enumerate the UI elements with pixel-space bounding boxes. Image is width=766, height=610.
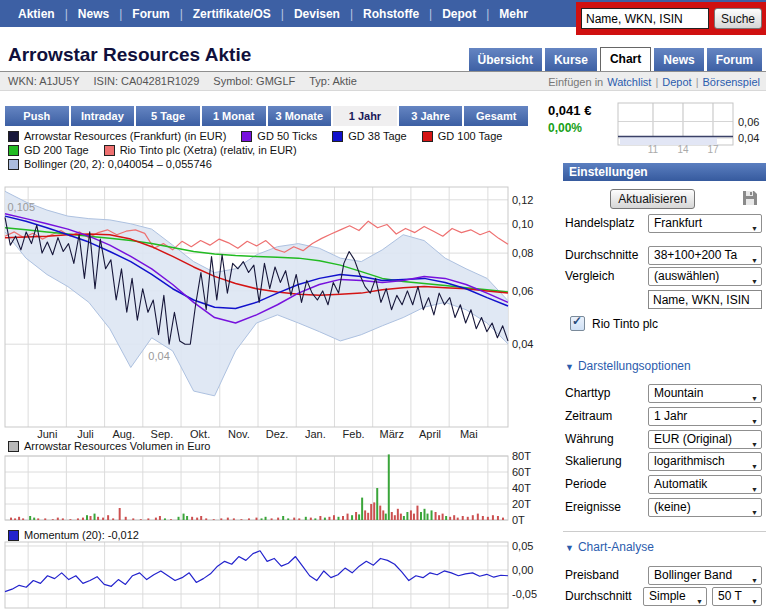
- isin-value: ISIN: CA04281R1029: [94, 75, 200, 87]
- volume-legend: Arrowstar Resources Volumen in Euro: [8, 440, 210, 452]
- nav-forum[interactable]: Forum: [109, 7, 169, 21]
- nav-links: Aktien News Forum Zertifikate/OS Devisen…: [18, 0, 528, 27]
- ereignisse-label: Ereignisse: [565, 500, 621, 514]
- chart-period-buttons: Push Intraday 5 Tage 1 Monat 3 Monate 1 …: [5, 106, 528, 126]
- zeitraum-value: 1 Jahr: [654, 409, 687, 423]
- nav-aktien[interactable]: Aktien: [18, 7, 55, 21]
- rio-tinto-row: Rio Tinto plc: [570, 316, 658, 331]
- legend-label: GD 38 Tage: [348, 130, 407, 142]
- durchschnitt-typ-value: Simple: [649, 589, 686, 603]
- legend-swatch: [332, 131, 343, 142]
- legend-swatch: [104, 145, 115, 156]
- current-price: 0,041 €: [548, 103, 591, 118]
- page-title: Arrowstar Resources Aktie: [8, 44, 251, 66]
- svg-text:0,05: 0,05: [512, 540, 533, 552]
- chevron-down-icon: ▼: [751, 413, 758, 426]
- periode-value: Automatik: [654, 477, 707, 491]
- svg-text:Feb.: Feb.: [343, 428, 365, 440]
- chevron-down-icon: ▼: [751, 572, 758, 585]
- preisband-label: Preisband: [565, 568, 619, 582]
- nav-rohstoffe[interactable]: Rohstoffe: [340, 7, 419, 21]
- period-push[interactable]: Push: [5, 106, 69, 126]
- tab-kurse[interactable]: Kurse: [545, 48, 597, 72]
- durchschnitt-typ-dropdown[interactable]: Simple ▼: [643, 587, 707, 606]
- skalierung-dropdown[interactable]: logarithmisch ▼: [648, 452, 762, 471]
- legend-swatch: [8, 159, 19, 170]
- legend-arrowstar: Arrowstar Resources (Frankfurt) (in EUR): [8, 130, 226, 142]
- rio-tinto-label: Rio Tinto plc: [592, 317, 658, 331]
- period-1monat[interactable]: 1 Monat: [202, 106, 266, 126]
- period-1jahr[interactable]: 1 Jahr: [333, 106, 397, 126]
- waehrung-dropdown[interactable]: EUR (Original) ▼: [648, 430, 762, 449]
- svg-text:0,04: 0,04: [738, 132, 759, 144]
- svg-text:Jan.: Jan.: [305, 428, 326, 440]
- legend-label: Arrowstar Resources (Frankfurt) (in EUR): [24, 130, 226, 142]
- svg-text:17: 17: [707, 144, 719, 155]
- vergleich-dropdown[interactable]: (auswählen) ▼: [648, 267, 762, 286]
- chart-analyse-toggle[interactable]: ▼Chart-Analyse: [565, 540, 654, 554]
- charttyp-label: Charttyp: [565, 386, 610, 400]
- preisband-dropdown[interactable]: Bollinger Band ▼: [648, 566, 762, 585]
- period-5tage[interactable]: 5 Tage: [136, 106, 200, 126]
- svg-text:60T: 60T: [512, 466, 531, 478]
- zeitraum-dropdown[interactable]: 1 Jahr ▼: [648, 407, 762, 426]
- vergleich-value: (auswählen): [654, 269, 719, 283]
- typ-value: Typ: Aktie: [309, 75, 357, 87]
- tab-chart[interactable]: Chart: [600, 47, 651, 72]
- refresh-button[interactable]: Aktualisieren: [610, 189, 695, 209]
- svg-text:14: 14: [677, 144, 689, 155]
- waehrung-value: EUR (Original): [654, 432, 732, 446]
- period-intraday[interactable]: Intraday: [71, 106, 135, 126]
- legend-gd50: GD 50 Ticks: [241, 130, 317, 142]
- charttyp-dropdown[interactable]: Mountain ▼: [648, 384, 762, 403]
- handelsplatz-label: Handelsplatz: [565, 216, 634, 230]
- ereignisse-dropdown[interactable]: (keine) ▼: [648, 498, 762, 517]
- rio-tinto-checkbox[interactable]: [570, 316, 585, 331]
- search-button[interactable]: Suche: [714, 8, 762, 29]
- add-boersenspiel-link[interactable]: Börsenspiel: [692, 76, 760, 88]
- nav-mehr[interactable]: Mehr: [476, 7, 528, 21]
- period-gesamt[interactable]: Gesamt: [464, 106, 528, 126]
- nav-depot[interactable]: Depot: [419, 7, 476, 21]
- svg-text:-0,05: -0,05: [512, 588, 537, 600]
- svg-text:0,06: 0,06: [738, 116, 759, 128]
- durchschnitte-value: 38+100+200 Ta: [654, 248, 737, 262]
- tab-news[interactable]: News: [654, 48, 703, 72]
- ereignisse-value: (keine): [654, 500, 691, 514]
- nav-zertifikate[interactable]: Zertifikate/OS: [170, 7, 271, 21]
- durchschnitte-dropdown[interactable]: 38+100+200 Ta ▼: [648, 246, 762, 265]
- svg-text:0,10: 0,10: [512, 218, 533, 230]
- legend-swatch: [8, 145, 19, 156]
- periode-dropdown[interactable]: Automatik ▼: [648, 475, 762, 494]
- nav-devisen[interactable]: Devisen: [271, 7, 340, 21]
- period-3jahre[interactable]: 3 Jahre: [399, 106, 463, 126]
- sidebar-divider: [563, 531, 766, 532]
- add-depot-link[interactable]: Depot: [651, 76, 691, 88]
- handelsplatz-value: Frankfurt: [654, 216, 702, 230]
- legend-row-3: Bollinger (20, 2): 0,040054 – 0,055746: [8, 158, 212, 170]
- legend-row-1: Arrowstar Resources (Frankfurt) (in EUR)…: [8, 130, 502, 142]
- legend-label: GD 100 Tage: [438, 130, 503, 142]
- tab-uebersicht[interactable]: Übersicht: [469, 48, 542, 72]
- period-3monate[interactable]: 3 Monate: [268, 106, 332, 126]
- volume-chart: 80T60T40T20T0T: [0, 452, 556, 524]
- svg-text:0T: 0T: [512, 514, 525, 524]
- main-price-chart: 0,120,100,080,060,04JuniJuliAug.Sep.Okt.…: [0, 183, 556, 441]
- add-watchlist-link[interactable]: Watchlist: [607, 76, 651, 88]
- periode-label: Periode: [565, 477, 606, 491]
- legend-swatch: [8, 530, 19, 541]
- settings-panel-header: Einstellungen: [563, 163, 766, 181]
- handelsplatz-dropdown[interactable]: Frankfurt ▼: [648, 214, 762, 233]
- tab-forum[interactable]: Forum: [707, 48, 762, 72]
- search-input[interactable]: [581, 8, 709, 29]
- vergleich-search-input[interactable]: [648, 290, 762, 309]
- intraday-mini-chart: 0,060,04111417: [612, 96, 766, 156]
- nav-news[interactable]: News: [55, 7, 109, 21]
- skalierung-value: logarithmisch: [654, 454, 725, 468]
- save-icon[interactable]: [742, 190, 758, 206]
- legend-swatch: [8, 131, 19, 142]
- vergleich-label: Vergleich: [565, 269, 614, 283]
- durchschnitt-tage-dropdown[interactable]: 50 T ▼: [712, 587, 762, 606]
- darstellungsoptionen-toggle[interactable]: ▼Darstellungsoptionen: [565, 359, 691, 373]
- zeitraum-label: Zeitraum: [565, 409, 612, 423]
